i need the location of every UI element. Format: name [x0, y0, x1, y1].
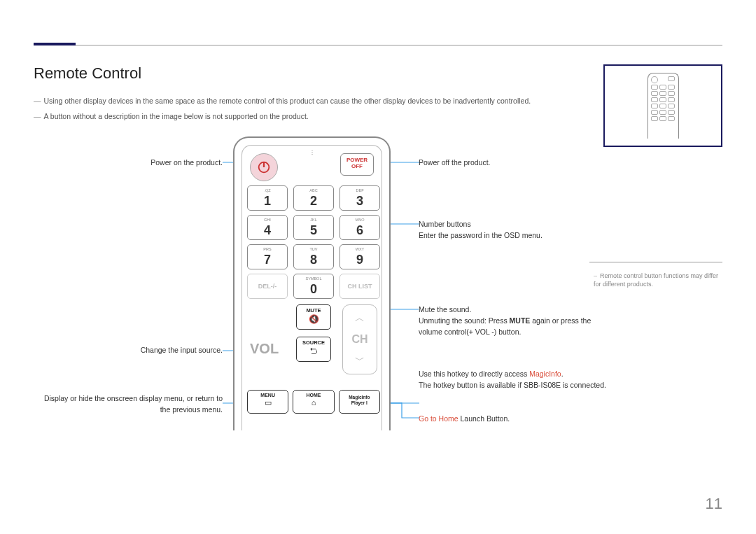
menu-button: MENU▭	[247, 390, 288, 414]
note-2: ―A button without a description in the i…	[34, 112, 309, 120]
numpad: .QZ1 ABC2 DEF3 GHI4 JKL5 MNO6 PRS7 TUV8 …	[247, 185, 380, 303]
key-del: DEL-/-	[247, 274, 288, 299]
callout-numbers: Number buttons Enter the password in the…	[419, 219, 615, 241]
ir-dots-icon: ⋮	[309, 149, 315, 155]
header-rule	[34, 45, 722, 45]
key-7: PRS7	[247, 244, 288, 269]
home-button: HOME⌂	[293, 390, 334, 414]
callout-magicinfo: Use this hotkey to directly access Magic…	[419, 369, 615, 391]
callout-home: Go to Home Launch Button.	[419, 414, 615, 425]
power-off-button: POWEROFF	[340, 153, 374, 176]
vol-label: VOL	[250, 341, 279, 357]
callout-source: Change the input source.	[34, 345, 223, 356]
note-1: ―Using other display devices in the same…	[34, 97, 531, 105]
remote-thumbnail-box	[603, 64, 722, 147]
remote-body: ⋮ POWEROFF .QZ1 ABC2 DEF3 GHI4 JKL5 MNO6…	[233, 136, 391, 430]
power-icon	[256, 160, 272, 175]
mute-button: MUTE🔇	[296, 304, 331, 330]
page-title: Remote Control	[34, 64, 141, 83]
home-icon: ⌂	[293, 398, 333, 407]
chevron-up-icon: ︿	[355, 312, 365, 325]
diagram: Power on the product. Change the input s…	[34, 136, 722, 478]
key-1: .QZ1	[247, 185, 288, 211]
key-9: WXY9	[340, 244, 380, 269]
source-button: SOURCE⮌	[296, 337, 331, 362]
power-button	[250, 153, 278, 181]
source-icon: ⮌	[297, 346, 330, 356]
key-5: JKL5	[293, 215, 334, 240]
key-6: MNO6	[340, 215, 380, 240]
key-3: DEF3	[340, 185, 380, 211]
magicinfo-button: MagicInfoPlayer I	[339, 390, 380, 414]
page-number: 11	[706, 495, 722, 513]
remote-thumbnail	[648, 73, 679, 139]
header-rule-accent	[34, 43, 76, 45]
mute-icon: 🔇	[297, 314, 330, 324]
key-0: SYMBOL0	[293, 274, 334, 299]
channel-rocker: ︿ CH ﹀	[342, 304, 377, 374]
callout-mute: Mute the sound. Unmuting the sound: Pres…	[419, 304, 615, 337]
callout-power-off: Power off the product.	[419, 157, 615, 169]
chevron-down-icon: ﹀	[355, 354, 365, 367]
callout-menu: Display or hide the onscreen display men…	[34, 393, 223, 416]
callout-power-on: Power on the product.	[34, 157, 223, 169]
key-8: TUV8	[293, 244, 334, 269]
key-chlist: CH LIST	[340, 274, 380, 299]
menu-icon: ▭	[248, 398, 288, 407]
key-4: GHI4	[247, 215, 288, 240]
key-2: ABC2	[293, 185, 334, 211]
